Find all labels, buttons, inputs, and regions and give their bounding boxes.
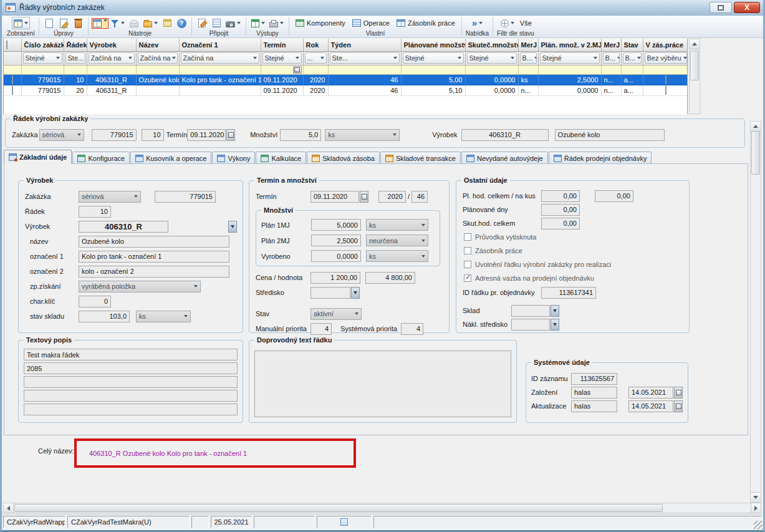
column-header-nazev[interactable]: Název — [136, 39, 179, 51]
nakl-stredisko-field[interactable] — [511, 319, 550, 331]
stredisko-field[interactable] — [310, 287, 350, 299]
column-header-merj[interactable]: MerJ — [518, 39, 538, 51]
row-checkbox[interactable] — [12, 86, 13, 95]
operace-button[interactable]: Operace — [350, 19, 392, 27]
oznaceni2-field[interactable]: kolo - označení 2 — [79, 266, 229, 278]
pruvodka-checkbox[interactable] — [464, 233, 471, 241]
vyrobek-field[interactable]: 406310_R — [79, 221, 168, 233]
stavskladu-merj-combo[interactable]: ks — [136, 311, 191, 322]
scroll-left-button[interactable] — [4, 503, 14, 513]
scrollbar-thumb[interactable] — [14, 504, 663, 512]
column-header-oznaceni1[interactable]: Označení 1 — [179, 39, 261, 51]
excel-export-button[interactable] — [250, 17, 266, 29]
filter-combo-nazev[interactable]: Začíná na — [138, 52, 178, 64]
scroll-right-button[interactable] — [751, 503, 761, 513]
filter-combo-merj[interactable]: B... — [520, 52, 537, 64]
filter-combo-tyden[interactable]: Ste... — [330, 52, 400, 64]
filter-combo-radek[interactable]: Ste... — [65, 52, 85, 64]
text-line-field[interactable] — [24, 390, 238, 402]
new-record-button[interactable] — [43, 17, 55, 29]
cena-field[interactable]: 1 200,00 — [310, 272, 360, 284]
filter-button[interactable] — [110, 17, 126, 29]
filter-combo-oznaceni1[interactable]: Začíná na — [181, 52, 259, 64]
id-zaznamu-field[interactable]: 113625567 — [571, 373, 617, 385]
rok-field[interactable]: 2020 — [378, 191, 406, 203]
title-bar[interactable]: Řádky výrobních zakázek — [2, 0, 763, 16]
view-dropdown-button[interactable] — [12, 17, 30, 29]
nazev-field[interactable]: Ozubené kolo — [79, 236, 229, 248]
plan2-merj-combo[interactable]: neurčena — [366, 235, 428, 246]
filter-combo-skutec-mnozstvi[interactable]: Stejné — [467, 52, 517, 64]
vyrobek-lookup-button[interactable] — [228, 221, 237, 233]
grid-vertical-scrollbar[interactable] — [689, 39, 700, 114]
termin-field[interactable]: 09.11.2020 — [187, 129, 226, 141]
column-header-merj2[interactable]: MerJ — [601, 39, 621, 51]
zakazka-cislo-field[interactable]: 779015 — [92, 129, 137, 141]
zpziskani-combo[interactable]: vyráběná položka — [79, 281, 201, 293]
plandny-field[interactable]: 0,00 — [541, 204, 580, 216]
filter-combo-vyrobek[interactable]: Začíná na — [89, 52, 135, 64]
scrollbar-thumb[interactable] — [690, 51, 699, 80]
adresna-vazba-checkbox[interactable] — [464, 274, 471, 282]
scroll-up-button[interactable] — [690, 39, 700, 49]
v-zas-prace-checkbox[interactable] — [665, 86, 666, 95]
zasobnik-prace-checkbox[interactable] — [464, 247, 471, 254]
print-preview-button[interactable] — [128, 17, 140, 29]
plan1-merj-combo[interactable]: ks — [366, 219, 428, 231]
column-header-rok[interactable]: Rok — [303, 39, 328, 51]
column-header-termin[interactable]: Termín — [261, 39, 303, 51]
tab-zakladni-udaje[interactable]: Základní údaje — [4, 150, 72, 164]
tab-skladova-zasoba[interactable]: Skladová zásoba — [307, 152, 380, 164]
date-filter-button[interactable] — [293, 66, 302, 74]
vyrobeno-merj-combo[interactable]: ks — [366, 250, 428, 262]
column-header-planovane-mnozstvi[interactable]: Plánované množství — [401, 39, 465, 51]
column-header-tyden[interactable]: Týden — [328, 39, 401, 51]
close-button[interactable] — [734, 2, 760, 13]
vyrobek-field[interactable]: 406310_R — [461, 129, 549, 141]
text-line-field[interactable] — [24, 376, 238, 388]
column-header-stav[interactable]: Stav — [621, 39, 643, 51]
tab-konfigurace[interactable]: Konfigurace — [72, 152, 130, 164]
aktualizace-datum-field[interactable]: 14.05.2021 — [628, 400, 673, 412]
zalozeni-user-field[interactable]: halas — [571, 387, 617, 399]
filter-combo-planovane-mnozstvi[interactable]: Stejné — [403, 52, 464, 64]
select-all-checkbox[interactable] — [6, 41, 7, 49]
sys-priorita-field[interactable]: 4 — [401, 323, 423, 335]
delete-record-button[interactable] — [72, 17, 84, 29]
menu-button[interactable] — [471, 17, 484, 29]
v-zas-prace-checkbox[interactable] — [665, 75, 666, 84]
table-row[interactable]: 779015 10 406310_R Ozubené kolo Kolo pro… — [4, 74, 688, 85]
zakazka-type-combo[interactable]: sériová — [39, 129, 84, 141]
tyden-field[interactable]: 46 — [411, 191, 428, 203]
plan1-field[interactable]: 5,0000 — [311, 219, 361, 231]
tab-kalkulace[interactable]: Kalkulace — [256, 152, 306, 164]
filter-combo-stav[interactable]: B... — [623, 52, 642, 64]
sklad-field[interactable] — [511, 305, 550, 317]
column-header-plan-mnoz-2mj[interactable]: Plán. množ. v 2.MJ — [538, 39, 601, 51]
skuthod-field[interactable]: 0,00 — [541, 218, 580, 230]
plan2-field[interactable]: 2,5000 — [311, 235, 361, 246]
mnozstvi-field[interactable]: 5,0 — [280, 129, 321, 141]
komponenty-button[interactable]: Komponenty — [293, 19, 348, 27]
zakazka-cislo-field[interactable]: 779015 — [155, 191, 216, 203]
statistics-button[interactable] — [161, 17, 173, 29]
charklic-field[interactable]: 0 — [79, 296, 111, 307]
detail-vertical-scrollbar[interactable] — [750, 121, 761, 503]
column-header-radek[interactable]: Řádek — [64, 39, 87, 51]
filter-combo-v-zas-prace[interactable]: Bez výběru — [645, 52, 687, 64]
tab-skladove-transakce[interactable]: Skladové transakce — [380, 152, 461, 164]
plhod-nakus-field[interactable]: 0,00 — [595, 190, 633, 202]
column-header-skutec-mnozstvi[interactable]: Skuteč.množství — [465, 39, 518, 51]
restore-button[interactable] — [710, 2, 732, 13]
list-button[interactable] — [210, 17, 223, 29]
uvolneni-checkbox[interactable] — [464, 261, 471, 268]
export-button[interactable] — [142, 17, 159, 29]
column-header-cislo-zakazky[interactable]: Číslo zakázky — [21, 39, 64, 51]
filter-combo-rok[interactable]: ... — [305, 52, 327, 64]
resize-grip[interactable] — [754, 521, 763, 530]
stav-combo[interactable]: aktivní — [310, 308, 362, 320]
calendar-button[interactable] — [226, 129, 235, 141]
sklad-lookup-button[interactable] — [551, 305, 559, 317]
text-line-field[interactable] — [24, 404, 238, 415]
grid-quickfilter-row[interactable] — [4, 65, 688, 74]
